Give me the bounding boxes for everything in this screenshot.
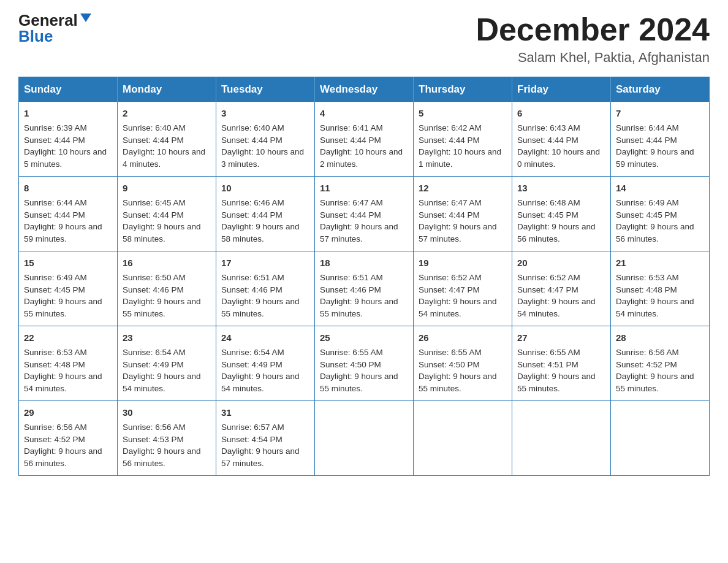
logo-triangle-icon <box>80 13 91 22</box>
day-number: 13 <box>517 182 605 195</box>
day-number: 17 <box>221 256 309 270</box>
calendar-cell: 29Sunrise: 6:56 AMSunset: 4:52 PMDayligh… <box>19 401 118 476</box>
day-number: 3 <box>221 107 309 120</box>
calendar-cell: 30Sunrise: 6:56 AMSunset: 4:53 PMDayligh… <box>118 401 216 476</box>
day-number: 27 <box>517 331 605 345</box>
col-header-monday: Monday <box>118 77 216 102</box>
calendar-cell: 18Sunrise: 6:51 AMSunset: 4:46 PMDayligh… <box>315 251 414 326</box>
calendar-cell <box>512 401 611 476</box>
day-number: 2 <box>123 107 211 120</box>
day-number: 16 <box>123 256 211 270</box>
calendar-cell: 5Sunrise: 6:42 AMSunset: 4:44 PMDaylight… <box>414 102 512 177</box>
calendar-cell: 12Sunrise: 6:47 AMSunset: 4:44 PMDayligh… <box>414 177 512 251</box>
location-title: Salam Khel, Paktia, Afghanistan <box>476 50 710 66</box>
calendar-cell <box>414 401 512 476</box>
col-header-thursday: Thursday <box>414 77 512 102</box>
day-number: 30 <box>123 406 211 419</box>
day-number: 4 <box>320 107 408 120</box>
day-number: 19 <box>419 256 507 270</box>
col-header-sunday: Sunday <box>19 77 118 102</box>
calendar-cell: 15Sunrise: 6:49 AMSunset: 4:45 PMDayligh… <box>19 251 118 326</box>
logo-blue-text: Blue <box>18 28 53 44</box>
calendar-cell: 24Sunrise: 6:54 AMSunset: 4:49 PMDayligh… <box>216 326 315 401</box>
calendar-cell: 31Sunrise: 6:57 AMSunset: 4:54 PMDayligh… <box>216 401 315 476</box>
day-number: 29 <box>24 406 112 419</box>
calendar-cell: 28Sunrise: 6:56 AMSunset: 4:52 PMDayligh… <box>611 326 710 401</box>
calendar-cell: 21Sunrise: 6:53 AMSunset: 4:48 PMDayligh… <box>611 251 710 326</box>
col-header-friday: Friday <box>512 77 611 102</box>
calendar-cell: 17Sunrise: 6:51 AMSunset: 4:46 PMDayligh… <box>216 251 315 326</box>
calendar-cell: 4Sunrise: 6:41 AMSunset: 4:44 PMDaylight… <box>315 102 414 177</box>
calendar-week-row: 1Sunrise: 6:39 AMSunset: 4:44 PMDaylight… <box>19 102 710 177</box>
day-number: 26 <box>419 331 507 345</box>
day-number: 8 <box>24 182 112 195</box>
day-number: 10 <box>221 182 309 195</box>
day-number: 5 <box>419 107 507 120</box>
calendar-cell: 3Sunrise: 6:40 AMSunset: 4:44 PMDaylight… <box>216 102 315 177</box>
day-number: 9 <box>123 182 211 195</box>
calendar-week-row: 22Sunrise: 6:53 AMSunset: 4:48 PMDayligh… <box>19 326 710 401</box>
day-number: 23 <box>123 331 211 345</box>
calendar-week-row: 8Sunrise: 6:44 AMSunset: 4:44 PMDaylight… <box>19 177 710 251</box>
month-title: December 2024 <box>476 12 710 47</box>
calendar-table: SundayMondayTuesdayWednesdayThursdayFrid… <box>18 77 710 476</box>
calendar-cell <box>611 401 710 476</box>
calendar-cell: 11Sunrise: 6:47 AMSunset: 4:44 PMDayligh… <box>315 177 414 251</box>
day-number: 20 <box>517 256 605 270</box>
col-header-tuesday: Tuesday <box>216 77 315 102</box>
day-number: 18 <box>320 256 408 270</box>
calendar-cell: 13Sunrise: 6:48 AMSunset: 4:45 PMDayligh… <box>512 177 611 251</box>
logo: General Blue <box>18 12 91 44</box>
calendar-header-row: SundayMondayTuesdayWednesdayThursdayFrid… <box>19 77 710 102</box>
calendar-cell: 10Sunrise: 6:46 AMSunset: 4:44 PMDayligh… <box>216 177 315 251</box>
logo-general-text: General <box>18 12 78 28</box>
day-number: 21 <box>616 256 704 270</box>
title-area: December 2024 Salam Khel, Paktia, Afghan… <box>476 12 710 66</box>
calendar-cell: 7Sunrise: 6:44 AMSunset: 4:44 PMDaylight… <box>611 102 710 177</box>
day-number: 14 <box>616 182 704 195</box>
calendar-cell: 1Sunrise: 6:39 AMSunset: 4:44 PMDaylight… <box>19 102 118 177</box>
day-number: 11 <box>320 182 408 195</box>
day-number: 25 <box>320 331 408 345</box>
calendar-week-row: 15Sunrise: 6:49 AMSunset: 4:45 PMDayligh… <box>19 251 710 326</box>
calendar-week-row: 29Sunrise: 6:56 AMSunset: 4:52 PMDayligh… <box>19 401 710 476</box>
calendar-cell: 26Sunrise: 6:55 AMSunset: 4:50 PMDayligh… <box>414 326 512 401</box>
calendar-cell: 14Sunrise: 6:49 AMSunset: 4:45 PMDayligh… <box>611 177 710 251</box>
col-header-saturday: Saturday <box>611 77 710 102</box>
day-number: 7 <box>616 107 704 120</box>
calendar-cell: 9Sunrise: 6:45 AMSunset: 4:44 PMDaylight… <box>118 177 216 251</box>
day-number: 31 <box>221 406 309 419</box>
calendar-cell: 22Sunrise: 6:53 AMSunset: 4:48 PMDayligh… <box>19 326 118 401</box>
day-number: 28 <box>616 331 704 345</box>
day-number: 15 <box>24 256 112 270</box>
day-number: 6 <box>517 107 605 120</box>
calendar-cell: 27Sunrise: 6:55 AMSunset: 4:51 PMDayligh… <box>512 326 611 401</box>
calendar-cell: 8Sunrise: 6:44 AMSunset: 4:44 PMDaylight… <box>19 177 118 251</box>
page-header: General Blue December 2024 Salam Khel, P… <box>18 12 710 66</box>
calendar-cell: 23Sunrise: 6:54 AMSunset: 4:49 PMDayligh… <box>118 326 216 401</box>
calendar-cell: 19Sunrise: 6:52 AMSunset: 4:47 PMDayligh… <box>414 251 512 326</box>
calendar-cell <box>315 401 414 476</box>
day-number: 24 <box>221 331 309 345</box>
day-number: 22 <box>24 331 112 345</box>
calendar-cell: 6Sunrise: 6:43 AMSunset: 4:44 PMDaylight… <box>512 102 611 177</box>
calendar-cell: 20Sunrise: 6:52 AMSunset: 4:47 PMDayligh… <box>512 251 611 326</box>
day-number: 1 <box>24 107 112 120</box>
calendar-cell: 16Sunrise: 6:50 AMSunset: 4:46 PMDayligh… <box>118 251 216 326</box>
day-number: 12 <box>419 182 507 195</box>
calendar-cell: 25Sunrise: 6:55 AMSunset: 4:50 PMDayligh… <box>315 326 414 401</box>
col-header-wednesday: Wednesday <box>315 77 414 102</box>
calendar-cell: 2Sunrise: 6:40 AMSunset: 4:44 PMDaylight… <box>118 102 216 177</box>
